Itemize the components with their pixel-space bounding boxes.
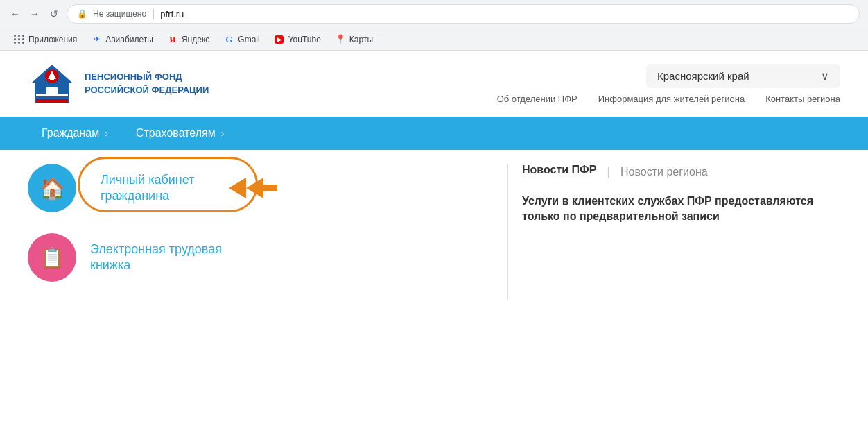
- bookmark-yandex[interactable]: Я Яндекс: [162, 32, 215, 47]
- svg-rect-5: [36, 99, 68, 103]
- workbook-link[interactable]: Электронная трудовая книжка: [90, 241, 222, 274]
- workbook-icon-circle: 📋: [28, 233, 76, 282]
- chevron-down-icon: ∨: [821, 69, 829, 83]
- book-icon: 📋: [40, 246, 64, 269]
- main-content: 🏠 Личный кабинет гражданина: [0, 150, 868, 313]
- svg-rect-3: [36, 94, 68, 96]
- bookmark-apps[interactable]: Приложения: [8, 32, 83, 47]
- nav-about[interactable]: Об отделении ПФР: [497, 94, 578, 104]
- nav-citizens-label: Гражданам: [42, 127, 99, 139]
- arrow-container: [225, 171, 281, 205]
- separator: |: [152, 8, 155, 20]
- apps-grid-icon: [14, 34, 25, 45]
- news-article-text: Услуги в клиентских службах ПФР предоста…: [522, 194, 840, 225]
- aviabilety-icon: ✈: [91, 34, 102, 45]
- region-selector[interactable]: Красноярский край ∨: [646, 64, 840, 88]
- nav-citizens-chevron: ›: [105, 128, 108, 139]
- forward-button[interactable]: →: [28, 7, 42, 21]
- right-panel: Новости ПФР | Новости региона Услуги в к…: [507, 164, 840, 299]
- url-text: pfrf.ru: [160, 9, 184, 19]
- region-name: Красноярский край: [657, 70, 749, 82]
- youtube-icon: ▶: [274, 34, 285, 45]
- reload-button[interactable]: ↺: [47, 7, 61, 21]
- bookmark-youtube[interactable]: ▶ YouTube: [268, 32, 327, 47]
- header-right: Красноярский край ∨ Об отделении ПФР Инф…: [223, 64, 840, 104]
- nav-item-citizens[interactable]: Гражданам ›: [28, 117, 122, 150]
- nav-residents[interactable]: Информация для жителей региона: [598, 94, 745, 104]
- lock-icon: 🔒: [77, 9, 87, 19]
- personal-cabinet-icon-circle: 🏠: [28, 164, 76, 212]
- personal-cabinet-link[interactable]: Личный кабинет гражданина: [101, 173, 194, 203]
- nav-insurers-chevron: ›: [221, 128, 225, 139]
- pfr-logo: [28, 61, 76, 106]
- bookmark-aviabilety-label: Авиабилеты: [105, 35, 153, 44]
- maps-icon: 📍: [335, 34, 346, 45]
- svg-rect-8: [50, 76, 54, 80]
- svg-marker-9: [246, 178, 277, 198]
- nav-contacts[interactable]: Контакты региона: [765, 94, 840, 104]
- news-tabs: Новости ПФР | Новости региона: [522, 164, 840, 180]
- bookmark-maps[interactable]: 📍 Карты: [329, 32, 379, 47]
- logo-text: ПЕНСИОННЫЙ ФОНД РОССИЙСКОЙ ФЕДЕРАЦИИ: [85, 71, 209, 96]
- logo-area: ПЕНСИОННЫЙ ФОНД РОССИЙСКОЙ ФЕДЕРАЦИИ: [28, 61, 209, 106]
- bookmarks-bar: Приложения ✈ Авиабилеты Я Яндекс G Gmail…: [0, 28, 868, 50]
- header-nav: Об отделении ПФР Информация для жителей …: [497, 94, 840, 104]
- svg-rect-4: [36, 96, 68, 99]
- bookmark-apps-label: Приложения: [28, 35, 77, 44]
- site-header: ПЕНСИОННЫЙ ФОНД РОССИЙСКОЙ ФЕДЕРАЦИИ Кра…: [0, 51, 868, 117]
- news-tab-region[interactable]: Новости региона: [620, 166, 708, 178]
- bookmark-gmail-label: Gmail: [238, 35, 259, 44]
- personal-cabinet-link-container: Личный кабинет гражданина: [90, 165, 205, 212]
- service-item-workbook: 📋 Электронная трудовая книжка: [28, 233, 494, 282]
- bookmark-gmail[interactable]: G Gmail: [218, 32, 265, 47]
- bookmark-maps-label: Карты: [349, 35, 373, 44]
- google-icon: G: [223, 34, 234, 45]
- left-panel: 🏠 Личный кабинет гражданина: [28, 164, 507, 299]
- back-button[interactable]: ←: [8, 7, 22, 21]
- nav-bar: Гражданам › Страхователям ›: [0, 117, 868, 150]
- address-bar[interactable]: 🔒 Не защищено | pfrf.ru: [67, 4, 860, 24]
- security-label: Не защищено: [93, 9, 146, 19]
- bookmark-aviabilety[interactable]: ✈ Авиабилеты: [85, 32, 159, 47]
- orange-arrow-icon: [225, 171, 281, 205]
- news-tab-separator: |: [607, 164, 610, 179]
- news-tab-pfr[interactable]: Новости ПФР: [522, 164, 596, 180]
- news-article: Услуги в клиентских службах ПФР предоста…: [522, 194, 840, 225]
- house-icon: 🏠: [40, 176, 65, 201]
- bookmark-yandex-label: Яндекс: [182, 35, 209, 44]
- nav-item-insurers[interactable]: Страхователям ›: [122, 117, 238, 150]
- yandex-icon: Я: [167, 34, 178, 45]
- svg-marker-10: [229, 178, 246, 198]
- bookmark-youtube-label: YouTube: [288, 35, 321, 44]
- nav-insurers-label: Страхователям: [136, 127, 216, 139]
- service-item-personal-cabinet: 🏠 Личный кабинет гражданина: [28, 164, 494, 212]
